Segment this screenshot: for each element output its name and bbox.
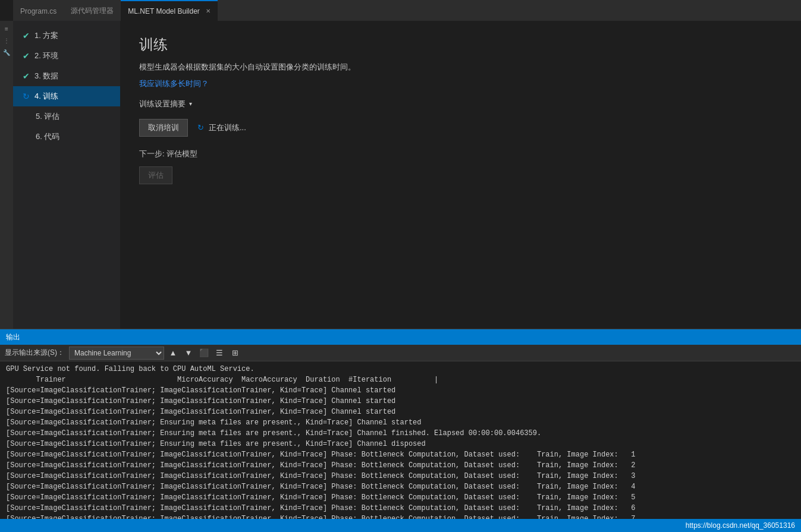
- output-line: GPU Service not found. Falling back to C…: [6, 364, 795, 374]
- output-panel: 输出 显示输出来源(S)： Machine Learning ▲ ▼ ⬛ ☰ ⊞…: [0, 329, 801, 519]
- output-line: [Source=ImageClassificationTrainer; Ensu…: [6, 439, 795, 449]
- output-line: [Source=ImageClassificationTrainer; Imag…: [6, 385, 795, 396]
- output-line: [Source=ImageClassificationTrainer; Imag…: [6, 503, 795, 514]
- output-line: [Source=ImageClassificationTrainer; Imag…: [6, 396, 795, 407]
- tab-mlnet-model-builder[interactable]: ML.NET Model Builder ✕: [121, 0, 218, 21]
- output-line: [Source=ImageClassificationTrainer; Imag…: [6, 514, 795, 519]
- evaluate-button: 评估: [139, 166, 172, 184]
- output-toolbar: 显示输出来源(S)： Machine Learning ▲ ▼ ⬛ ☰ ⊞: [0, 345, 801, 361]
- toolbar-btn-list[interactable]: ☰: [213, 347, 226, 360]
- spin-icon-train: ↻: [23, 92, 30, 101]
- output-line: [Source=ImageClassificationTrainer; Imag…: [6, 471, 795, 481]
- next-step-label: 下一步: 评估模型: [139, 149, 782, 159]
- output-line: [Source=ImageClassificationTrainer; Imag…: [6, 460, 795, 471]
- description-text: 模型生成器会根据数据集的大小自动设置图像分类的训练时间。: [139, 61, 782, 74]
- output-line: [Source=ImageClassificationTrainer; Ensu…: [6, 417, 795, 428]
- check-icon-data: ✔: [23, 71, 30, 81]
- sidebar-item-code[interactable]: 6. 代码: [13, 127, 120, 147]
- output-line: Trainer MicroAccuracy MacroAccuracy Dura…: [6, 374, 795, 385]
- check-icon-env: ✔: [23, 51, 30, 61]
- chevron-down-icon: ▾: [189, 100, 192, 107]
- content-area: 训练 模型生成器会根据数据集的大小自动设置图像分类的训练时间。 我应训练多长时间…: [120, 21, 801, 329]
- toolbar-btn-down[interactable]: ▼: [182, 347, 195, 360]
- output-source-select[interactable]: Machine Learning: [69, 347, 164, 360]
- output-line: [Source=ImageClassificationTrainer; Imag…: [6, 492, 795, 503]
- training-duration-link[interactable]: 我应训练多长时间？: [139, 79, 209, 88]
- toolbar-btn-up[interactable]: ▲: [167, 347, 180, 360]
- sidebar-item-eval[interactable]: 5. 评估: [13, 106, 120, 127]
- status-bar: https://blog.csdn.net/qq_36051316: [0, 519, 801, 532]
- page-title: 训练: [139, 35, 782, 54]
- sidebar: ✔ 1. 方案 ✔ 2. 环境 ✔ 3. 数据 ↻ 4. 训练 5. 评估 6.…: [13, 21, 120, 329]
- output-line: [Source=ImageClassificationTrainer; Imag…: [6, 481, 795, 492]
- check-icon-scenario: ✔: [23, 31, 30, 40]
- toolbar-btn-wrap[interactable]: ⊞: [228, 347, 241, 360]
- main-area: ≡ ⋮ 🔧 ✔ 1. 方案 ✔ 2. 环境 ✔ 3. 数据 ↻ 4. 训练 5.…: [0, 21, 801, 329]
- side-icon-1[interactable]: ≡: [1, 23, 12, 34]
- tab-close-icon[interactable]: ✕: [206, 8, 211, 14]
- status-url: https://blog.csdn.net/qq_36051316: [686, 521, 795, 530]
- cancel-training-button[interactable]: 取消培训: [139, 119, 188, 137]
- sidebar-item-data[interactable]: ✔ 3. 数据: [13, 66, 120, 86]
- training-button-row: 取消培训 ↻ 正在训练...: [139, 119, 782, 137]
- title-bar-left: [0, 0, 13, 21]
- training-spinner-icon: ↻: [197, 123, 204, 132]
- sidebar-item-env[interactable]: ✔ 2. 环境: [13, 46, 120, 66]
- sidebar-item-train[interactable]: ↻ 4. 训练: [13, 86, 120, 106]
- training-status: ↻ 正在训练...: [197, 122, 246, 133]
- toolbar-btn-stop[interactable]: ⬛: [197, 347, 211, 360]
- output-line: [Source=ImageClassificationTrainer; Imag…: [6, 449, 795, 460]
- source-label: 显示输出来源(S)：: [5, 348, 64, 358]
- side-icon-2[interactable]: ⋮: [1, 35, 12, 46]
- tab-program-cs[interactable]: Program.cs: [13, 0, 64, 21]
- side-icons-bar: ≡ ⋮ 🔧: [0, 21, 13, 329]
- title-bar: Program.cs 源代码管理器 ML.NET Model Builder ✕: [0, 0, 801, 21]
- sidebar-item-scenario[interactable]: ✔ 1. 方案: [13, 26, 120, 46]
- output-header: 输出: [0, 329, 801, 345]
- output-content: GPU Service not found. Falling back to C…: [0, 361, 801, 519]
- tab-source-manager[interactable]: 源代码管理器: [64, 0, 121, 21]
- settings-summary[interactable]: 训练设置摘要 ▾: [139, 99, 782, 109]
- side-icon-3[interactable]: 🔧: [1, 47, 12, 58]
- output-line: [Source=ImageClassificationTrainer; Imag…: [6, 407, 795, 417]
- output-line: [Source=ImageClassificationTrainer; Ensu…: [6, 428, 795, 439]
